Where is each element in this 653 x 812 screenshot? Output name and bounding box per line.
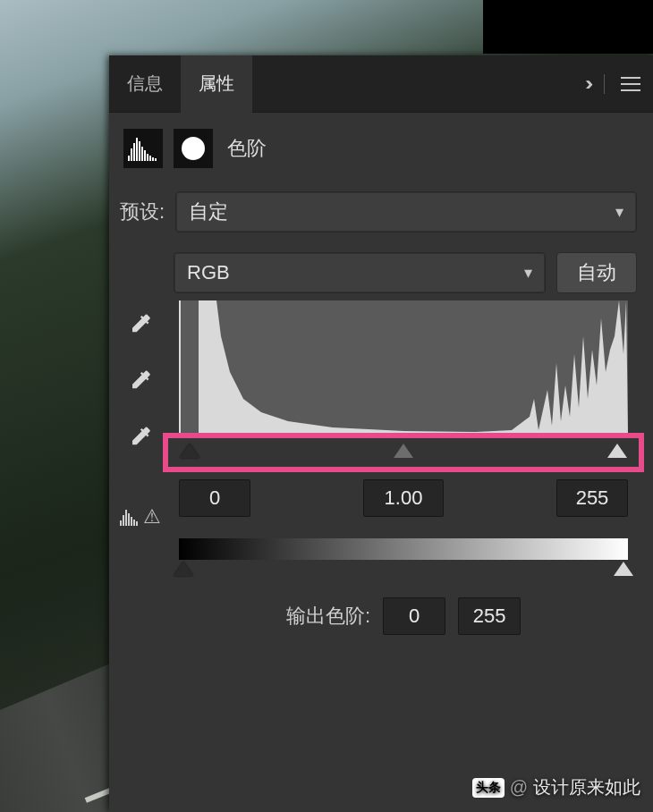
svg-rect-4: [139, 141, 140, 161]
highlight-slider-handle[interactable]: [607, 444, 627, 458]
svg-rect-14: [128, 513, 130, 526]
svg-rect-15: [131, 517, 132, 526]
output-black-handle[interactable]: [174, 562, 193, 576]
highlight-input[interactable]: 255: [556, 479, 628, 517]
svg-rect-11: [120, 520, 122, 526]
preset-row: 预设: 自定 ▾: [120, 191, 637, 233]
eyedropper-black-icon[interactable]: [128, 311, 153, 343]
tab-properties[interactable]: 属性: [181, 55, 252, 113]
svg-rect-8: [149, 156, 151, 161]
svg-rect-9: [152, 157, 154, 161]
svg-rect-2: [133, 143, 135, 161]
svg-rect-5: [141, 147, 143, 161]
preset-label: 预设:: [120, 199, 165, 225]
output-high-input[interactable]: 255: [458, 597, 521, 635]
output-white-handle[interactable]: [614, 562, 633, 576]
svg-rect-3: [136, 138, 138, 161]
levels-icon: [123, 129, 163, 168]
midtone-input[interactable]: 1.00: [363, 479, 444, 517]
svg-rect-10: [155, 158, 157, 161]
eyedropper-tools: ⚠: [120, 300, 161, 635]
chevron-down-icon: ▾: [615, 202, 623, 222]
svg-rect-17: [136, 521, 138, 526]
warning-icon[interactable]: ⚠: [143, 505, 161, 529]
watermark-badge: 头条: [472, 778, 505, 798]
svg-rect-7: [147, 154, 148, 161]
input-slider-highlight: [163, 433, 644, 472]
svg-rect-0: [128, 156, 130, 161]
watermark: 头条 @ 设计原来如此: [472, 775, 640, 799]
output-gradient: [179, 538, 628, 560]
divider: [604, 74, 605, 94]
watermark-name: 设计原来如此: [533, 775, 640, 799]
svg-rect-13: [125, 510, 127, 526]
shadow-slider-handle[interactable]: [180, 444, 199, 458]
channel-select[interactable]: RGB ▾: [174, 252, 546, 293]
svg-rect-16: [133, 520, 135, 526]
panel-menu-icon[interactable]: [621, 77, 640, 91]
svg-rect-1: [131, 148, 132, 161]
svg-rect-12: [123, 515, 124, 526]
output-low-input[interactable]: 0: [383, 597, 445, 635]
adjustment-header: 色阶: [109, 113, 653, 179]
collapse-icon[interactable]: ››: [585, 72, 588, 96]
midtone-slider-handle[interactable]: [394, 444, 413, 458]
auto-button[interactable]: 自动: [556, 252, 637, 293]
output-label: 输出色阶:: [286, 603, 370, 630]
layer-mask-icon[interactable]: [174, 129, 213, 168]
output-levels-slider[interactable]: [179, 560, 628, 583]
preset-value: 自定: [189, 199, 228, 225]
histogram-small-icon[interactable]: [120, 508, 141, 526]
panel-tabs: 信息 属性 ››: [109, 55, 653, 113]
watermark-at: @: [510, 777, 528, 798]
histogram-display: [179, 300, 628, 435]
preset-select[interactable]: 自定 ▾: [175, 191, 637, 233]
eyedropper-gray-icon[interactable]: [128, 368, 153, 399]
tab-info[interactable]: 信息: [109, 55, 181, 113]
shadow-input[interactable]: 0: [179, 479, 250, 517]
channel-value: RGB: [187, 261, 230, 284]
chevron-down-icon: ▾: [524, 263, 532, 283]
svg-rect-6: [144, 150, 146, 161]
eyedropper-white-icon[interactable]: [128, 424, 153, 455]
properties-panel: 信息 属性 ›› 色: [109, 55, 653, 812]
adjustment-title: 色阶: [227, 135, 267, 162]
